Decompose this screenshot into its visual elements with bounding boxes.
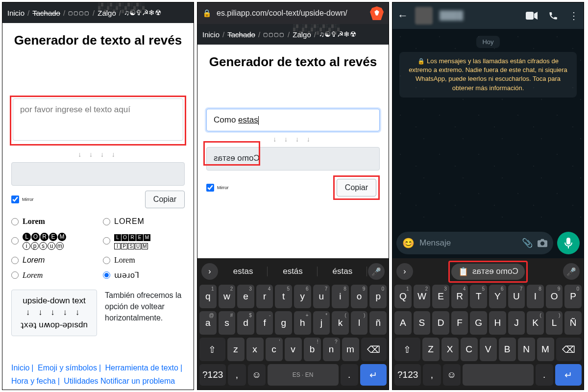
key-j[interactable]: J — [508, 311, 525, 335]
space-key[interactable] — [463, 364, 534, 386]
crumb-zalgo[interactable]: Zalgo — [293, 30, 311, 39]
key-r[interactable]: R4 — [451, 285, 468, 308]
space-key[interactable]: ES · EN — [268, 364, 339, 386]
footer-tool[interactable]: Herramienta de texto — [105, 364, 178, 372]
comma-key[interactable]: , — [228, 364, 245, 386]
message-input[interactable]: 😊 Mensaje 📎 — [396, 232, 553, 254]
key-w[interactable]: W2 — [414, 285, 431, 308]
attach-icon[interactable]: 📎 — [522, 238, 533, 248]
key-z[interactable]: Z — [422, 338, 440, 361]
footer-time[interactable]: Hora y fecha — [11, 377, 56, 385]
key-e[interactable]: e3 — [237, 285, 254, 308]
key-a[interactable]: a@ — [199, 311, 217, 335]
key-b[interactable]: B — [499, 338, 516, 361]
dot-key[interactable]: . — [341, 364, 358, 386]
key-y[interactable]: y6 — [294, 285, 311, 308]
avatar[interactable] — [415, 7, 433, 24]
key-t[interactable]: T5 — [470, 285, 487, 308]
key-v[interactable]: V — [480, 338, 497, 361]
key-m[interactable]: m — [342, 338, 359, 361]
key-x[interactable]: X — [441, 338, 459, 361]
crumb-zalgo[interactable]: Zalgo — [98, 9, 116, 17]
call-icon[interactable] — [548, 11, 558, 21]
key-ñ[interactable]: Ñ — [564, 311, 582, 335]
backspace-key[interactable]: ⌫ — [361, 338, 387, 361]
key-o[interactable]: O9 — [546, 285, 563, 308]
key-g[interactable]: g — [275, 311, 292, 335]
input-textarea[interactable] — [13, 98, 183, 141]
key-d[interactable]: d$ — [237, 311, 254, 335]
shift-key[interactable]: ⇧ — [199, 338, 225, 361]
mic-button[interactable] — [557, 232, 580, 254]
key-n[interactable]: N — [518, 338, 535, 361]
menu-icon[interactable]: ⋮ — [569, 10, 579, 22]
key-q[interactable]: Q1 — [394, 285, 412, 308]
mic-icon[interactable]: 🎤 — [368, 263, 385, 280]
key-f[interactable]: f- — [256, 311, 273, 335]
key-c[interactable]: c' — [266, 338, 283, 361]
key-s[interactable]: S — [414, 311, 431, 335]
key-j[interactable]: j* — [313, 311, 330, 335]
emoji-key[interactable]: ☺ — [248, 364, 266, 386]
key-h[interactable]: h+ — [294, 311, 311, 335]
key-k[interactable]: K( — [527, 311, 544, 335]
key-p[interactable]: p0 — [369, 285, 387, 308]
radio-lorem-3[interactable]: LOREMipsum — [11, 232, 93, 250]
key-d[interactable]: D — [432, 311, 449, 335]
copy-button[interactable]: Copiar — [145, 191, 185, 208]
key-w[interactable]: w2 — [219, 285, 236, 308]
key-f[interactable]: F — [451, 311, 468, 335]
key-z[interactable]: z — [227, 338, 245, 361]
suggestion-2[interactable]: estás — [269, 267, 317, 276]
suggestion-3[interactable]: éstas — [318, 267, 367, 276]
key-c[interactable]: C — [461, 338, 478, 361]
footer-inicio[interactable]: Inicio — [11, 364, 29, 372]
key-l[interactable]: L) — [546, 311, 563, 335]
radio-lorem-8[interactable]: ɯǝɹo⅂ — [103, 270, 185, 280]
key-ñ[interactable]: ñ — [369, 311, 387, 335]
crumb-home[interactable]: Inicio — [7, 9, 24, 17]
radio-lorem-5[interactable]: Lorem — [11, 256, 93, 265]
camera-icon[interactable] — [538, 239, 547, 247]
key-q[interactable]: q1 — [199, 285, 217, 308]
symbols-key[interactable]: ?123 — [199, 364, 226, 386]
input-textarea[interactable]: Como estas — [206, 109, 380, 131]
key-r[interactable]: r4 — [256, 285, 273, 308]
key-u[interactable]: U7 — [508, 285, 525, 308]
key-n[interactable]: n? — [323, 338, 340, 361]
back-icon[interactable]: ← — [397, 9, 408, 22]
kb-expand-icon[interactable]: › — [201, 263, 218, 280]
crumb-home[interactable]: Inicio — [202, 30, 220, 39]
browser-urlbar[interactable]: 🔒 es.piliapp.com/cool-text/upside-down/ — [197, 2, 389, 24]
mirror-checkbox[interactable] — [206, 184, 214, 192]
mirror-checkbox[interactable] — [11, 196, 19, 203]
brave-icon[interactable] — [370, 6, 384, 20]
key-k[interactable]: k( — [332, 311, 349, 335]
kb-expand-icon[interactable]: › — [396, 263, 413, 280]
radio-lorem-2[interactable]: LOREM — [103, 217, 185, 226]
key-b[interactable]: b! — [304, 338, 321, 361]
emoji-icon[interactable]: 😊 — [402, 237, 415, 249]
crumb-squares[interactable]: ▢▢▢▢ — [68, 10, 90, 16]
radio-lorem-6[interactable]: Lorem — [103, 256, 185, 265]
key-t[interactable]: t5 — [275, 285, 292, 308]
enter-key[interactable]: ↵ — [360, 364, 387, 386]
comma-key[interactable]: , — [423, 364, 441, 386]
copy-button[interactable]: Copiar — [337, 179, 376, 196]
backspace-key[interactable]: ⌫ — [556, 338, 582, 361]
key-p[interactable]: P0 — [564, 285, 582, 308]
mic-icon[interactable]: 🎤 — [563, 263, 580, 280]
key-m[interactable]: M — [537, 338, 554, 361]
crumb-tachado[interactable]: Tachado — [32, 9, 60, 17]
clipboard-suggestion[interactable]: 📋 Como esтas — [451, 264, 525, 280]
key-e[interactable]: E3 — [432, 285, 449, 308]
key-l[interactable]: l) — [351, 311, 368, 335]
symbols-key[interactable]: ?123 — [394, 364, 421, 386]
key-i[interactable]: i8 — [332, 285, 349, 308]
crumb-tachado[interactable]: Tachado — [227, 30, 255, 39]
enter-key[interactable]: ↵ — [555, 364, 582, 386]
shift-key[interactable]: ⇧ — [394, 338, 420, 361]
key-o[interactable]: o9 — [351, 285, 368, 308]
crumb-squares[interactable]: ▢▢▢▢ — [263, 32, 285, 37]
radio-lorem-4[interactable]: LOREMIPSUM — [103, 232, 185, 250]
